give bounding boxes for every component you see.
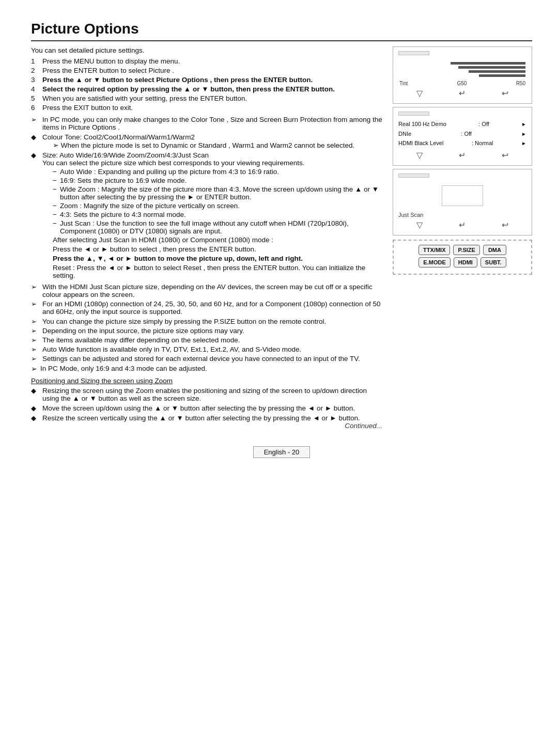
dma-button[interactable]: DMA — [483, 245, 506, 255]
continued-label: Continued... — [345, 422, 382, 430]
menu-row-2: DNIe : Off ► — [398, 129, 526, 139]
screen1-highlight — [398, 51, 429, 55]
tint-label-row: Tint G50 R50 — [398, 81, 526, 86]
steps-list: 1 Press the MENU button to display the m… — [31, 57, 382, 112]
bars-container — [398, 62, 525, 77]
e-mode-button[interactable]: E.MODE — [419, 257, 450, 267]
step-1: 1 Press the MENU button to display the m… — [31, 57, 382, 65]
p-size-button[interactable]: P.SIZE — [453, 245, 479, 255]
menu-label-3: HDMI Black Level — [398, 138, 443, 148]
zoom-bullet-1: ◆ Resizing the screen using the Zoom ena… — [31, 387, 382, 402]
menu-items: Real 100 Hz Demo : Off ► DNIe : Off ► HD… — [398, 119, 526, 148]
tv-nav-2: ▽ ↵ ↩ — [398, 148, 526, 161]
after-subs-text: After selecting Just Scan in HDMI (1080i… — [53, 236, 382, 244]
menu-value-2: : Off — [461, 129, 472, 139]
size-sub-auto: Auto Wide : Expanding and pulling up the… — [53, 168, 382, 176]
step-2: 2 Press the ENTER button to select Pictu… — [31, 67, 382, 74]
just-scan-box — [442, 185, 483, 206]
just-scan-label: Just Scan — [398, 212, 526, 218]
step-6: 6 Press the EXIT button to exit. — [31, 104, 382, 112]
tint-label: Tint — [399, 81, 408, 86]
page-title: Picture Options — [31, 21, 532, 41]
footer-text: English - 20 — [253, 446, 311, 458]
screen3-highlight — [398, 174, 429, 178]
tv-nav-1: ▽ ↵ ↩ — [398, 86, 526, 99]
subt-button[interactable]: SUBT. — [481, 257, 506, 267]
menu-arrow-2: ► — [521, 130, 526, 138]
menu-value-3: : Normal — [472, 138, 493, 148]
nav-enter-icon-3: ↵ — [459, 220, 466, 230]
size-sub-justscan: Just Scan : Use the function to see the … — [53, 219, 382, 235]
notes-list: ➢ In PC mode, you can only make changes … — [31, 116, 382, 131]
screen2-highlight — [398, 112, 429, 116]
size-sub-169: 16:9: Sets the picture to 16:9 wide mode… — [53, 177, 382, 184]
press-line-1: Press the ◄ or ► button to select , then… — [53, 245, 382, 253]
footer-area: English - 20 — [31, 437, 532, 458]
size-sub-zoom: Zoom : Magnify the size of the picture v… — [53, 202, 382, 210]
zoom-bullets-list: ◆ Resizing the screen using the Zoom ena… — [31, 387, 382, 430]
tv-screen-2: Real 100 Hz Demo : Off ► DNIe : Off ► HD… — [393, 107, 532, 166]
size-sub-list: Auto Wide : Expanding and pulling up the… — [53, 168, 382, 235]
menu-label-2: DNIe — [398, 129, 411, 139]
zoom-bullet-2: ◆ Move the screen up/down using the ▲ or… — [31, 404, 382, 412]
bar-1 — [451, 62, 525, 65]
more-notes-list: ➢ You can change the picture size simply… — [31, 318, 382, 363]
nav-down-icon-3: ▽ — [416, 220, 423, 230]
remote-buttons-panel: TTX/MIX P.SIZE DMA E.MODE HDMI SUBT. — [393, 240, 532, 275]
press-line-3: Reset : Press the ◄ or ► button to selec… — [53, 264, 382, 279]
hdmi-button[interactable]: HDMI — [454, 257, 477, 267]
more-note-2: ➢ Depending on the input source, the pic… — [31, 327, 382, 335]
bullet-colour-tone: ◆ Colour Tone: Cool2/Cool1/Normal/Warm1/… — [31, 133, 382, 149]
bullets-list: ◆ Colour Tone: Cool2/Cool1/Normal/Warm1/… — [31, 133, 382, 281]
zoom-section-title: Positioning and Sizing the screen using … — [31, 377, 382, 385]
tv-nav-3: ▽ ↵ ↩ — [398, 218, 526, 231]
r50-label: R50 — [516, 81, 525, 86]
ttx-mix-button[interactable]: TTX/MIX — [419, 245, 450, 255]
note-pc-mode: ➢ In PC mode, you can only make changes … — [31, 116, 382, 131]
bullet-size: ◆ Size: Auto Wide/16:9/Wide Zoom/Zoom/4:… — [31, 151, 382, 281]
more-note-4: ➢ Auto Wide function is available only i… — [31, 345, 382, 353]
nav-return-icon-3: ↩ — [502, 220, 508, 230]
more-note-5: ➢ Settings can be adjusted and stored fo… — [31, 355, 382, 363]
right-col: Tint G50 R50 ▽ ↵ ↩ Real 100 Hz Demo : Of… — [393, 46, 532, 432]
menu-arrow-3: ► — [521, 139, 526, 148]
pc-mode-note: ➢ In PC Mode, only 16:9 and 4:3 mode can… — [31, 365, 382, 373]
tv-screen-3: Just Scan ▽ ↵ ↩ — [393, 169, 532, 235]
bar-4 — [479, 74, 525, 77]
step-3: 3 Press the ▲ or ▼ button to select Pict… — [31, 76, 382, 84]
nav-down-icon: ▽ — [416, 88, 423, 98]
bar-3 — [469, 70, 525, 73]
press-line-2: Press the ▲, ▼, ◄ or ► button to move th… — [53, 255, 382, 262]
menu-label-1: Real 100 Hz Demo — [398, 119, 446, 129]
step-5: 5 When you are satisfied with your setti… — [31, 94, 382, 102]
tip-notes-list: ➢ With the HDMI Just Scan picture size, … — [31, 283, 382, 316]
nav-return-icon-2: ↩ — [502, 150, 508, 160]
nav-enter-icon: ↵ — [459, 88, 466, 98]
size-sub-43: 4:3: Sets the picture to 4:3 normal mode… — [53, 211, 382, 218]
left-content: You can set detailed picture settings. 1… — [31, 46, 382, 432]
remote-row-1: TTX/MIX P.SIZE DMA — [398, 245, 527, 255]
nav-down-icon-2: ▽ — [416, 150, 423, 160]
menu-value-1: : Off — [478, 119, 489, 129]
step-4: 4 Select the required option by pressing… — [31, 85, 382, 93]
menu-row-1: Real 100 Hz Demo : Off ► — [398, 119, 526, 129]
menu-row-3: HDMI Black Level : Normal ► — [398, 138, 526, 148]
zoom-bullet-3: ◆ Resize the screen vertically using the… — [31, 414, 382, 430]
bar-2 — [458, 66, 525, 69]
intro-text: You can set detailed picture settings. — [31, 46, 382, 54]
more-note-3: ➢ The items available may differ dependi… — [31, 336, 382, 344]
nav-return-icon: ↩ — [502, 88, 508, 98]
tv-screen-1: Tint G50 R50 ▽ ↵ ↩ — [393, 46, 532, 104]
remote-row-2: E.MODE HDMI SUBT. — [398, 257, 527, 267]
g50-label: G50 — [457, 81, 467, 86]
nav-enter-icon-2: ↵ — [459, 150, 466, 160]
tip-note-1: ➢ With the HDMI Just Scan picture size, … — [31, 283, 382, 298]
more-note-1: ➢ You can change the picture size simply… — [31, 318, 382, 325]
tip-note-2: ➢ For an HDMI (1080p) connection of 24, … — [31, 300, 382, 316]
size-sub-widezoom: Wide Zoom : Magnify the size of the pict… — [53, 185, 382, 201]
menu-arrow-1: ► — [521, 120, 526, 129]
